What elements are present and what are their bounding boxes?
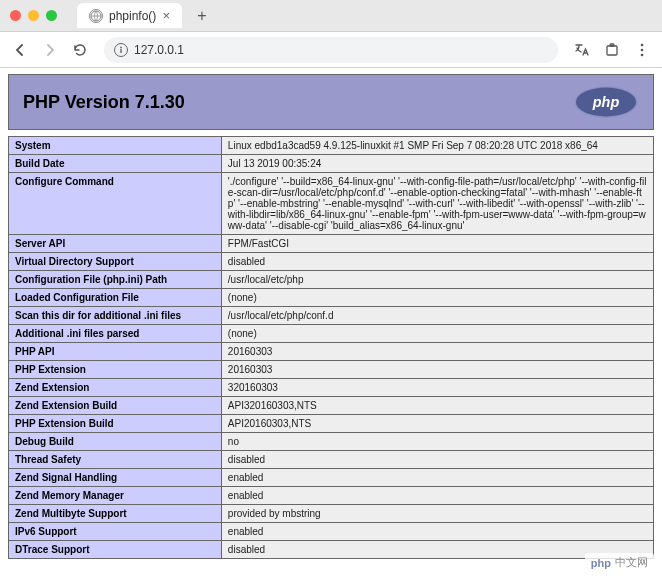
config-key: Scan this dir for additional .ini files: [9, 307, 222, 325]
config-value: (none): [221, 289, 653, 307]
table-row: DTrace Supportdisabled: [9, 541, 654, 559]
page-title: PHP Version 7.1.30: [23, 92, 185, 113]
table-row: PHP Extension BuildAPI20160303,NTS: [9, 415, 654, 433]
config-key: IPv6 Support: [9, 523, 222, 541]
reload-button[interactable]: [68, 38, 92, 62]
config-value: enabled: [221, 523, 653, 541]
table-row: Debug Buildno: [9, 433, 654, 451]
maximize-window-button[interactable]: [46, 10, 57, 21]
config-value: (none): [221, 325, 653, 343]
extensions-icon[interactable]: [600, 38, 624, 62]
svg-rect-3: [607, 46, 617, 55]
tab-active[interactable]: phpinfo() ×: [77, 3, 182, 28]
config-value: Jul 13 2019 00:35:24: [221, 155, 653, 173]
back-button[interactable]: [8, 38, 32, 62]
table-row: PHP API20160303: [9, 343, 654, 361]
table-row: Zend Memory Managerenabled: [9, 487, 654, 505]
table-row: Thread Safetydisabled: [9, 451, 654, 469]
tab-close-button[interactable]: ×: [162, 8, 170, 23]
table-row: Virtual Directory Supportdisabled: [9, 253, 654, 271]
svg-point-6: [641, 48, 644, 51]
config-key: Zend Signal Handling: [9, 469, 222, 487]
config-key: Additional .ini files parsed: [9, 325, 222, 343]
table-row: Configuration File (php.ini) Path/usr/lo…: [9, 271, 654, 289]
svg-rect-2: [120, 49, 121, 53]
config-key: Zend Multibyte Support: [9, 505, 222, 523]
config-value: 320160303: [221, 379, 653, 397]
table-row: Zend Extension320160303: [9, 379, 654, 397]
table-row: Server APIFPM/FastCGI: [9, 235, 654, 253]
config-value: FPM/FastCGI: [221, 235, 653, 253]
window-controls: [10, 10, 57, 21]
config-key: PHP API: [9, 343, 222, 361]
table-row: Build DateJul 13 2019 00:35:24: [9, 155, 654, 173]
config-value: 20160303: [221, 361, 653, 379]
config-key: System: [9, 137, 222, 155]
config-value: disabled: [221, 451, 653, 469]
php-logo-icon: php: [573, 85, 639, 119]
svg-point-5: [641, 43, 644, 46]
browser-window: phpinfo() × + 127.0.0.1: [0, 0, 662, 580]
config-key: Configuration File (php.ini) Path: [9, 271, 222, 289]
config-value: Linux edbd1a3cad59 4.9.125-linuxkit #1 S…: [221, 137, 653, 155]
config-key: PHP Extension Build: [9, 415, 222, 433]
config-value: './configure' '--build=x86_64-linux-gnu'…: [221, 173, 653, 235]
config-value: enabled: [221, 487, 653, 505]
watermark-text: 中文网: [615, 555, 648, 570]
svg-rect-4: [610, 44, 614, 46]
watermark-brand: php: [591, 557, 611, 569]
globe-icon: [89, 9, 103, 23]
watermark: php 中文网: [585, 553, 654, 572]
site-info-icon[interactable]: [114, 43, 128, 57]
table-row: Loaded Configuration File(none): [9, 289, 654, 307]
tab-strip: phpinfo() × +: [77, 3, 652, 28]
svg-point-7: [641, 53, 644, 56]
config-key: Build Date: [9, 155, 222, 173]
table-row: Additional .ini files parsed(none): [9, 325, 654, 343]
phpinfo-table: SystemLinux edbd1a3cad59 4.9.125-linuxki…: [8, 136, 654, 559]
address-bar[interactable]: 127.0.0.1: [104, 37, 558, 63]
forward-button[interactable]: [38, 38, 62, 62]
config-value: /usr/local/etc/php: [221, 271, 653, 289]
table-row: SystemLinux edbd1a3cad59 4.9.125-linuxki…: [9, 137, 654, 155]
config-key: Virtual Directory Support: [9, 253, 222, 271]
config-value: enabled: [221, 469, 653, 487]
table-row: IPv6 Supportenabled: [9, 523, 654, 541]
php-header: PHP Version 7.1.30 php: [8, 74, 654, 130]
config-value: no: [221, 433, 653, 451]
table-row: Zend Extension BuildAPI320160303,NTS: [9, 397, 654, 415]
table-row: Configure Command'./configure' '--build=…: [9, 173, 654, 235]
config-key: Configure Command: [9, 173, 222, 235]
minimize-window-button[interactable]: [28, 10, 39, 21]
url-text: 127.0.0.1: [134, 43, 184, 57]
config-value: disabled: [221, 253, 653, 271]
config-key: Zend Memory Manager: [9, 487, 222, 505]
new-tab-button[interactable]: +: [192, 7, 212, 25]
config-key: Zend Extension: [9, 379, 222, 397]
table-row: Scan this dir for additional .ini files/…: [9, 307, 654, 325]
config-key: PHP Extension: [9, 361, 222, 379]
translate-icon[interactable]: [570, 38, 594, 62]
page-content[interactable]: PHP Version 7.1.30 php SystemLinux edbd1…: [0, 68, 662, 580]
table-row: Zend Signal Handlingenabled: [9, 469, 654, 487]
config-value: 20160303: [221, 343, 653, 361]
config-value: /usr/local/etc/php/conf.d: [221, 307, 653, 325]
toolbar: 127.0.0.1: [0, 32, 662, 68]
menu-icon[interactable]: [630, 38, 654, 62]
table-row: PHP Extension20160303: [9, 361, 654, 379]
config-key: DTrace Support: [9, 541, 222, 559]
config-key: Thread Safety: [9, 451, 222, 469]
config-value: API320160303,NTS: [221, 397, 653, 415]
table-row: Zend Multibyte Supportprovided by mbstri…: [9, 505, 654, 523]
config-key: Zend Extension Build: [9, 397, 222, 415]
close-window-button[interactable]: [10, 10, 21, 21]
svg-text:php: php: [592, 94, 620, 110]
config-key: Loaded Configuration File: [9, 289, 222, 307]
svg-point-1: [120, 46, 122, 48]
config-key: Server API: [9, 235, 222, 253]
titlebar: phpinfo() × +: [0, 0, 662, 32]
tab-title: phpinfo(): [109, 9, 156, 23]
config-value: provided by mbstring: [221, 505, 653, 523]
config-value: API20160303,NTS: [221, 415, 653, 433]
config-key: Debug Build: [9, 433, 222, 451]
